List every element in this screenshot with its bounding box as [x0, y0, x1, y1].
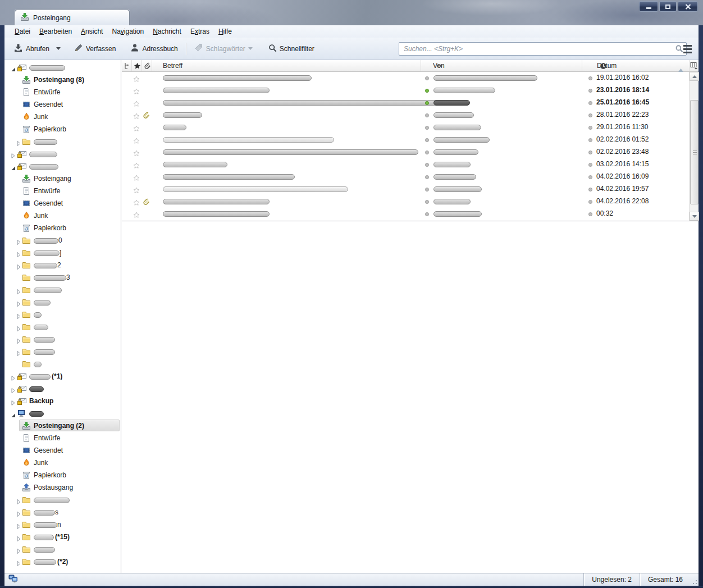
star-toggle-icon[interactable]: [133, 211, 140, 220]
minimize-button[interactable]: [639, 1, 658, 12]
column-attachment[interactable]: [142, 60, 152, 71]
menu-nachricht[interactable]: Nachricht: [148, 26, 186, 37]
star-toggle-icon[interactable]: [133, 99, 140, 110]
column-date[interactable]: Datum: [582, 60, 690, 71]
folder-item-redacted[interactable]: (*15): [4, 531, 121, 543]
star-toggle-icon[interactable]: [133, 198, 140, 208]
menu-hilfe[interactable]: Hilfe: [214, 26, 236, 37]
star-toggle-icon[interactable]: [133, 186, 140, 196]
folder-item-redacted[interactable]: ]: [4, 247, 121, 259]
column-from[interactable]: Von: [421, 60, 582, 71]
message-row-10[interactable]: 04.02.2016 19:57: [122, 183, 689, 195]
message-row-11[interactable]: 04.02.2016 22:08: [122, 195, 689, 208]
close-button[interactable]: [678, 1, 698, 12]
compose-button[interactable]: Verfassen: [71, 41, 119, 56]
scroll-down-button[interactable]: [690, 212, 699, 221]
folder-item-redacted[interactable]: [4, 148, 121, 160]
twisty-collapsed-icon[interactable]: [16, 558, 22, 571]
folder-item-redacted[interactable]: [4, 284, 121, 296]
folder-item-papierkorb[interactable]: Papierkorb: [4, 469, 121, 481]
message-row-2[interactable]: 23.01.2016 18:14: [122, 84, 689, 97]
menu-bearbeiten[interactable]: Bearbeiten: [35, 26, 76, 37]
menu-extras[interactable]: Extras: [186, 26, 214, 37]
message-row-1[interactable]: 19.01.2016 16:02: [122, 72, 689, 84]
folder-item-redacted[interactable]: [4, 321, 121, 333]
folder-item-redacted[interactable]: [4, 160, 121, 172]
quick-filter-button[interactable]: Schnellfilter: [265, 42, 318, 56]
folder-item-gesendet[interactable]: Gesendet: [4, 444, 121, 457]
folder-item-junk[interactable]: Junk: [4, 111, 121, 123]
column-picker-button[interactable]: [690, 60, 699, 71]
folder-item-redacted[interactable]: [4, 296, 121, 308]
folder-item-redacted[interactable]: [4, 308, 121, 321]
column-star[interactable]: [132, 60, 142, 71]
folder-item-redacted[interactable]: n: [4, 518, 121, 531]
star-toggle-icon[interactable]: [133, 136, 140, 147]
folder-item-redacted[interactable]: [4, 333, 121, 345]
maximize-button[interactable]: [659, 1, 677, 12]
folder-item-entwürfe[interactable]: Entwürfe: [4, 185, 121, 197]
tab-posteingang[interactable]: Posteingang: [15, 10, 130, 25]
menu-ansicht[interactable]: Ansicht: [76, 26, 107, 37]
folder-item-backup[interactable]: Backup: [4, 395, 121, 407]
search-input[interactable]: [399, 42, 687, 56]
resize-grip[interactable]: [691, 573, 699, 586]
column-subject[interactable]: Betreff: [152, 60, 421, 71]
folder-item-entwürfe[interactable]: Entwürfe: [4, 432, 121, 444]
folder-item-posteingang-2[interactable]: Posteingang (2): [4, 420, 121, 432]
folder-item-posteingang-8[interactable]: Posteingang (8): [4, 74, 121, 86]
folder-item-redacted[interactable]: [4, 135, 121, 148]
folder-item-posteingang[interactable]: Posteingang: [4, 172, 121, 185]
folder-item-postausgang[interactable]: Postausgang: [4, 481, 121, 494]
folder-item-redacted[interactable]: [4, 61, 121, 74]
message-row-12[interactable]: 00:32: [122, 208, 689, 220]
address-book-button[interactable]: Adressbuch: [127, 41, 181, 56]
scroll-up-button[interactable]: [690, 72, 699, 81]
folder-item-redacted[interactable]: 2: [4, 259, 121, 271]
folder-item-gesendet[interactable]: Gesendet: [4, 98, 121, 111]
menu-navigation[interactable]: Navigation: [107, 26, 148, 37]
folder-label: (*2): [34, 555, 68, 568]
star-toggle-icon[interactable]: [133, 124, 140, 134]
folder-item-redacted[interactable]: (*2): [4, 555, 121, 568]
message-row-4[interactable]: 28.01.2016 22:23: [122, 109, 689, 121]
folder-item-gesendet[interactable]: Gesendet: [4, 197, 121, 209]
message-row-3[interactable]: 25.01.2016 16:45: [122, 97, 689, 109]
message-row-9[interactable]: 04.02.2016 16:09: [122, 171, 689, 183]
scrollbar[interactable]: [689, 72, 699, 221]
message-row-5[interactable]: 29.01.2016 11:30: [122, 121, 689, 134]
folder-item-redacted[interactable]: [4, 345, 121, 358]
folder-item-redacted[interactable]: (*1): [4, 370, 121, 382]
folder-item-redacted[interactable]: [4, 382, 121, 395]
message-row-8[interactable]: 03.02.2016 14:15: [122, 158, 689, 171]
folder-item-entwürfe[interactable]: Entwürfe: [4, 86, 121, 98]
online-status-icon[interactable]: [8, 575, 18, 585]
folder-item-redacted[interactable]: 3: [4, 271, 121, 284]
get-mail-button[interactable]: Abrufen: [10, 41, 53, 57]
folder-item-papierkorb[interactable]: Papierkorb: [4, 123, 121, 135]
star-toggle-icon[interactable]: [133, 174, 140, 184]
folder-item-redacted[interactable]: s: [4, 506, 121, 518]
message-row-6[interactable]: 02.02.2016 01:52: [122, 134, 689, 146]
folder-item-redacted[interactable]: 0: [4, 234, 121, 247]
star-toggle-icon[interactable]: [133, 149, 140, 159]
scrollbar-thumb[interactable]: [690, 100, 699, 204]
tags-button[interactable]: Schlagwörter: [191, 41, 256, 56]
folder-item-junk[interactable]: Junk: [4, 209, 121, 222]
star-toggle-icon[interactable]: [133, 161, 140, 171]
star-toggle-icon[interactable]: [133, 87, 140, 97]
star-toggle-icon[interactable]: [133, 112, 140, 122]
message-row-7[interactable]: 02.02.2016 23:48: [122, 146, 689, 158]
folder-item-redacted[interactable]: [4, 543, 121, 555]
column-thread[interactable]: [122, 60, 132, 71]
titlebar[interactable]: Posteingang: [0, 0, 703, 25]
star-toggle-icon[interactable]: [133, 75, 140, 85]
folder-item-redacted[interactable]: [4, 407, 121, 420]
get-mail-dropdown[interactable]: [54, 45, 63, 52]
app-menu-button[interactable]: [680, 43, 695, 55]
folder-item-redacted[interactable]: [4, 494, 121, 506]
folder-item-redacted[interactable]: [4, 358, 121, 370]
menu-datei[interactable]: Datei: [10, 26, 35, 37]
folder-item-junk[interactable]: Junk: [4, 457, 121, 469]
folder-item-papierkorb[interactable]: Papierkorb: [4, 222, 121, 234]
